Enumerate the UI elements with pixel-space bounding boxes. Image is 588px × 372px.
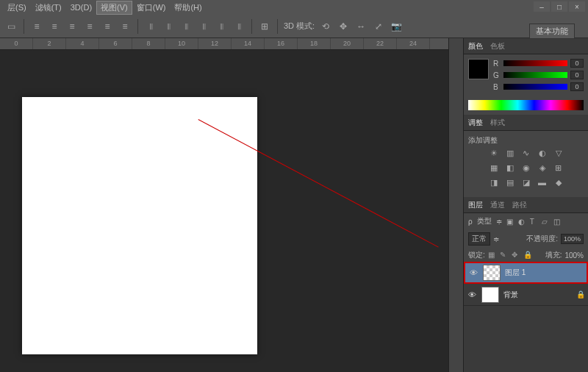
blend-mode-select[interactable]: 正常 xyxy=(468,232,490,246)
distribute-icon-4[interactable]: ⫴ xyxy=(232,20,245,33)
vibrance-icon[interactable]: ▽ xyxy=(553,149,564,159)
tab-paths[interactable]: 路径 xyxy=(512,200,527,210)
filter-type-select[interactable]: 类型 xyxy=(477,216,492,226)
distribute-icon-2[interactable]: ⫴ xyxy=(197,20,210,33)
layer-thumbnail[interactable] xyxy=(481,287,499,303)
layers-panel: ρ类型≑ ▣ ◐ T ▱ ◫ 正常≑ 不透明度: 100% 锁定: ▦ ✎ ✥ xyxy=(464,213,588,372)
minimize-button[interactable]: – xyxy=(534,1,550,12)
gradientmap-icon[interactable]: ▬ xyxy=(537,178,548,188)
3d-slide-icon[interactable]: ↔ xyxy=(354,20,368,33)
layer-item[interactable]: 👁 背景 🔒 xyxy=(464,284,588,306)
curves-icon[interactable]: ∿ xyxy=(520,149,532,159)
3d-orbit-icon[interactable]: ⟲ xyxy=(319,20,332,33)
green-slider[interactable] xyxy=(503,72,567,78)
colorlookup-icon[interactable]: ⊞ xyxy=(553,163,564,174)
menu-3d[interactable]: 3D(D) xyxy=(66,1,96,13)
align-top-icon[interactable]: ≡ xyxy=(83,20,96,33)
align-left-icon[interactable]: ≡ xyxy=(30,20,43,33)
filter-smart-icon[interactable]: ◫ xyxy=(553,218,562,226)
panels-column: 颜色 色板 R0 G0 B0 调整 样式 添加调整 ☀ ▥ ∿ ◐ ▽ xyxy=(463,38,588,372)
foreground-swatch[interactable] xyxy=(468,59,489,79)
layers-panel-header: 图层 通道 路径 xyxy=(464,197,588,213)
lock-image-icon[interactable]: ✎ xyxy=(500,251,509,260)
filter-adjust-icon[interactable]: ◐ xyxy=(518,218,527,226)
auto-align-icon[interactable]: ⊞ xyxy=(258,20,271,33)
bw-icon[interactable]: ◧ xyxy=(504,163,516,174)
threshold-icon[interactable]: ◪ xyxy=(520,178,532,188)
tab-styles[interactable]: 样式 xyxy=(490,118,505,128)
distribute-h-icon[interactable]: ⫴ xyxy=(144,20,157,33)
tab-color[interactable]: 颜色 xyxy=(468,41,483,51)
collapsed-panel-tabs[interactable] xyxy=(448,38,463,372)
color-spectrum[interactable] xyxy=(468,100,584,110)
menu-bar: 层(S) 滤镜(T) 3D(D) 视图(V) 窗口(W) 帮助(H) xyxy=(0,0,588,15)
align-bottom-icon[interactable]: ≡ xyxy=(118,20,132,33)
align-right-icon[interactable]: ≡ xyxy=(65,20,79,33)
red-slider[interactable] xyxy=(503,60,567,66)
color-panel: R0 G0 B0 xyxy=(464,54,588,99)
filter-shape-icon[interactable]: ▱ xyxy=(542,218,551,226)
options-bar: ▭ ≡ ≡ ≡ ≡ ≡ ≡ ⫴ ⫴ ⫴ ⫴ ⫴ ⫴ ⊞ 3D 模式: ⟲ ✥ ↔… xyxy=(0,15,588,38)
color-panel-header: 颜色 色板 xyxy=(464,38,588,54)
window-controls: – □ × xyxy=(534,1,585,12)
tool-icon[interactable]: ▭ xyxy=(4,20,18,33)
lock-transparency-icon[interactable]: ▦ xyxy=(488,251,497,260)
channelmixer-icon[interactable]: ◈ xyxy=(537,163,548,174)
visibility-toggle-icon[interactable]: 👁 xyxy=(467,290,477,299)
3d-camera-icon[interactable]: 📷 xyxy=(390,20,403,33)
invert-icon[interactable]: ◨ xyxy=(488,178,500,188)
photofilter-icon[interactable]: ◉ xyxy=(520,163,532,174)
distribute-v-icon[interactable]: ⫴ xyxy=(162,20,175,33)
distribute-icon[interactable]: ⫴ xyxy=(179,20,193,33)
close-button[interactable]: × xyxy=(569,1,585,12)
workspace-button[interactable]: 基本功能 xyxy=(529,24,575,39)
layer-thumbnail[interactable] xyxy=(483,265,501,281)
tab-layers[interactable]: 图层 xyxy=(468,200,483,210)
lock-all-icon[interactable]: 🔒 xyxy=(523,251,532,260)
menu-view[interactable]: 视图(V) xyxy=(96,1,132,15)
visibility-toggle-icon[interactable]: 👁 xyxy=(468,268,478,277)
levels-icon[interactable]: ▥ xyxy=(504,149,516,159)
menu-window[interactable]: 窗口(W) xyxy=(132,1,171,15)
tab-adjustments[interactable]: 调整 xyxy=(468,118,483,128)
lock-icon: 🔒 xyxy=(576,290,585,298)
hue-icon[interactable]: ▦ xyxy=(488,163,500,174)
brightness-icon[interactable]: ☀ xyxy=(488,149,500,159)
maximize-button[interactable]: □ xyxy=(551,1,567,12)
selective-icon[interactable]: ◆ xyxy=(553,178,564,188)
blue-slider[interactable] xyxy=(503,84,567,90)
align-vcenter-icon[interactable]: ≡ xyxy=(101,20,114,33)
mode-3d-label: 3D 模式: xyxy=(284,21,315,32)
tab-swatches[interactable]: 色板 xyxy=(490,41,505,51)
filter-type-icon[interactable]: T xyxy=(530,218,539,226)
canvas-area: 0 2 4 6 8 10 12 14 16 18 20 22 24 xyxy=(0,38,448,372)
3d-pan-icon[interactable]: ✥ xyxy=(337,20,350,33)
menu-layer[interactable]: 层(S) xyxy=(3,1,31,15)
3d-scale-icon[interactable]: ⤢ xyxy=(372,20,385,33)
document-canvas[interactable] xyxy=(22,97,257,354)
menu-help[interactable]: 帮助(H) xyxy=(170,1,206,15)
exposure-icon[interactable]: ◐ xyxy=(537,149,548,159)
adjustments-panel-header: 调整 样式 xyxy=(464,115,588,131)
layer-list: 👁 图层 1 👁 背景 🔒 xyxy=(464,262,588,372)
adjustments-panel: 添加调整 ☀ ▥ ∿ ◐ ▽ ▦ ◧ ◉ ◈ ⊞ ◨ ▤ ◪ ▬ ◆ xyxy=(464,131,588,197)
distribute-icon-3[interactable]: ⫴ xyxy=(215,20,228,33)
lock-position-icon[interactable]: ✥ xyxy=(512,251,520,260)
fill-value[interactable]: 100% xyxy=(564,251,584,260)
opacity-value[interactable]: 100% xyxy=(561,234,584,244)
tab-channels[interactable]: 通道 xyxy=(490,200,505,210)
layer-item[interactable]: 👁 图层 1 xyxy=(464,262,588,284)
filter-pixel-icon[interactable]: ▣ xyxy=(506,218,515,226)
ruler-horizontal: 0 2 4 6 8 10 12 14 16 18 20 22 24 xyxy=(0,38,448,50)
posterize-icon[interactable]: ▤ xyxy=(504,178,516,188)
align-center-icon[interactable]: ≡ xyxy=(48,20,61,33)
menu-filter[interactable]: 滤镜(T) xyxy=(31,1,66,15)
